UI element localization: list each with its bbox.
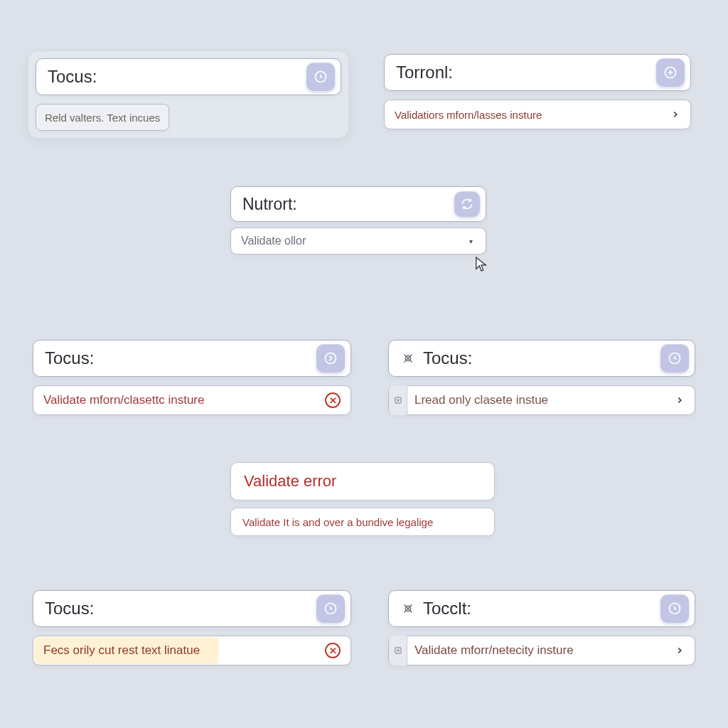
validation-message: Validate mforn/clasettc insture [43,393,325,407]
clock-icon [314,70,328,84]
validation-message: Validatiors mforn/lasses insture [395,109,670,121]
field-action-button[interactable] [660,594,689,623]
field-card-select: Nutrort: Validate ollor ▾ [230,186,486,255]
field-action-button[interactable] [306,63,335,91]
drag-icon [393,395,403,405]
field-label: Tocus: [423,348,653,368]
field-action-button[interactable] [316,344,345,373]
clock-icon [668,351,682,365]
field-label: Tocus: [45,599,309,619]
validation-message: Fecs orily cut rest text linatue [43,643,325,658]
field-header-h[interactable]: Tocclt: [388,590,695,627]
field-label: Nutrort: [242,195,447,214]
field-label: Torronl: [396,63,649,82]
readonly-message: Lread only clasete instue [414,393,675,407]
field-card-a: Tocus: Reld valters. Text incues [28,51,348,138]
plus-circle-icon [663,65,678,80]
field-header-a[interactable]: Tocus: [36,58,341,95]
error-header: Validate error [230,462,495,500]
clock-icon [323,601,338,616]
select-value: Validate ollor [241,235,469,247]
field-label: Tocus: [48,67,299,87]
row-handle[interactable] [389,636,407,665]
validation-message: Validate mforr/netecity insture [414,643,675,658]
field-action-button[interactable] [656,58,685,87]
chevron-right-icon [670,109,680,119]
validation-row[interactable]: Validate mforr/netecity insture [388,636,695,665]
field-header-e[interactable]: Tocus: [388,340,695,377]
error-title: Validate error [244,472,336,491]
field-header-d[interactable]: Tocus: [33,340,351,377]
arrow-right-circle-icon [323,351,338,365]
field-card-h: Tocclt: Validate mforr/netecity insture [388,590,695,665]
settings-icon [400,350,416,366]
chip-label: Reld valters. Text incues [45,112,160,124]
clear-button[interactable]: ✕ [325,392,341,408]
field-label: Tocus: [45,348,309,368]
row-handle[interactable] [389,385,407,415]
field-action-button[interactable] [454,191,480,217]
refresh-icon [460,197,474,211]
clear-button[interactable]: ✕ [325,643,341,658]
error-message: Validate It is and over a bundive legali… [242,516,433,528]
settings-icon [400,601,416,616]
field-action-button[interactable] [660,344,689,373]
validation-row-highlighted[interactable]: Fecs orily cut rest text linatue ✕ [33,636,351,665]
field-action-button[interactable] [316,594,345,623]
svg-point-2 [326,353,336,364]
drag-icon [393,646,403,655]
field-header-b[interactable]: Torronl: [384,54,691,91]
chip-hint: Reld valters. Text incues [36,104,169,131]
validation-row[interactable]: Validatiors mforn/lasses insture [384,100,691,129]
field-card-b: Torronl: Validatiors mforn/lasses instur… [384,54,691,129]
field-label: Tocclt: [423,599,653,619]
field-card-e: Tocus: Lread only clasete instue [388,340,695,415]
field-header-c[interactable]: Nutrort: [230,186,486,222]
readonly-row[interactable]: Lread only clasete instue [388,385,695,415]
validation-row[interactable]: Validate mforn/clasettc insture ✕ [33,385,351,415]
chevron-right-icon [675,395,685,405]
error-card: Validate error Validate It is and over a… [230,462,495,536]
field-card-d: Tocus: Validate mforn/clasettc insture ✕ [33,340,351,415]
field-card-g: Tocus: Fecs orily cut rest text linatue … [33,590,351,665]
chevron-right-icon [675,646,685,655]
clock-icon [668,601,682,616]
field-header-g[interactable]: Tocus: [33,590,351,627]
mouse-cursor-icon [475,256,488,273]
select-dropdown[interactable]: Validate ollor ▾ [230,228,486,255]
error-message-row: Validate It is and over a bundive legali… [230,508,495,536]
dropdown-caret-icon: ▾ [469,237,473,245]
